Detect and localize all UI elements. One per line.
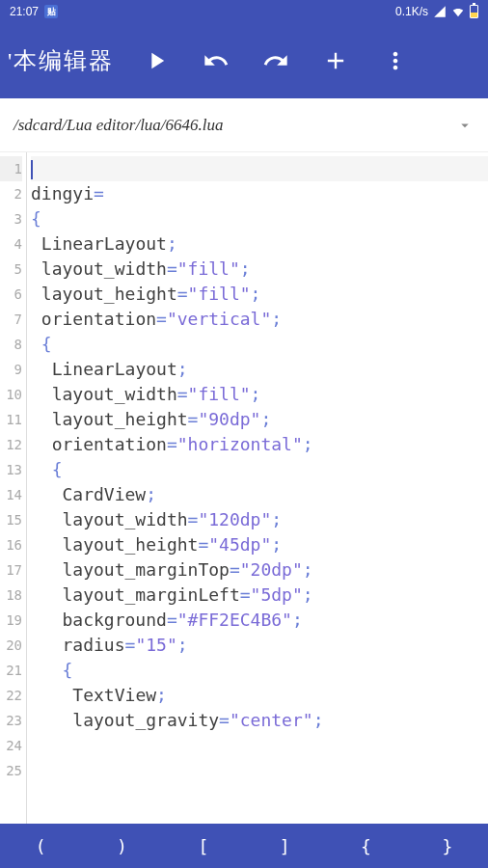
code-line[interactable]: CardView; <box>31 482 488 507</box>
file-path: /sdcard/Lua editor/lua/6646.lua <box>14 116 455 135</box>
chevron-down-icon <box>456 117 474 134</box>
signal-icon <box>433 5 447 18</box>
redo-button[interactable] <box>249 34 303 88</box>
symbol-bar: ()[]{} <box>0 824 488 868</box>
wifi-icon <box>451 5 465 18</box>
code-line[interactable]: layout_marginLeft="5dp"; <box>31 583 488 608</box>
more-button[interactable] <box>368 34 422 88</box>
redo-icon <box>262 47 289 74</box>
symbol-key[interactable]: [ <box>163 836 244 856</box>
code-line[interactable]: dingyi= <box>31 181 488 206</box>
code-line[interactable]: layout_gravity="center"; <box>31 708 488 733</box>
battery-icon <box>470 5 478 18</box>
network-speed: 0.1K/s <box>395 5 428 18</box>
code-editor[interactable]: 1234567891011121314151617181920212223242… <box>0 152 488 824</box>
line-number: 7 <box>0 307 22 332</box>
line-number: 15 <box>0 507 22 532</box>
add-button[interactable] <box>309 34 363 88</box>
code-line[interactable]: orientation="vertical"; <box>31 307 488 332</box>
code-line[interactable]: { <box>31 457 488 482</box>
more-vert-icon <box>382 47 409 74</box>
status-right: 0.1K/s <box>395 5 478 18</box>
line-number: 23 <box>0 708 22 733</box>
line-number: 13 <box>0 457 22 482</box>
line-number: 6 <box>0 282 22 307</box>
toolbar: '本编辑器 <box>0 23 488 98</box>
code-line[interactable]: layout_width="fill"; <box>31 382 488 407</box>
code-area[interactable]: dingyi={ LinearLayout; layout_width="fil… <box>27 152 488 824</box>
code-line[interactable]: layout_width="fill"; <box>31 257 488 282</box>
code-line[interactable]: { <box>31 332 488 357</box>
line-gutter: 1234567891011121314151617181920212223242… <box>0 152 27 824</box>
code-line[interactable]: layout_width="120dp"; <box>31 507 488 532</box>
code-line[interactable]: layout_height="45dp"; <box>31 532 488 557</box>
status-left: 21:07 贴 <box>10 5 58 18</box>
play-icon <box>143 47 170 74</box>
line-number: 3 <box>0 206 22 231</box>
line-number: 4 <box>0 231 22 257</box>
symbol-key[interactable]: ( <box>0 836 81 856</box>
app-title: '本编辑器 <box>8 45 114 76</box>
status-bar: 21:07 贴 0.1K/s <box>0 0 488 23</box>
code-line[interactable]: LinearLayout; <box>31 357 488 382</box>
code-line[interactable] <box>31 156 488 181</box>
code-line[interactable]: { <box>31 658 488 683</box>
code-line[interactable]: { <box>31 206 488 231</box>
path-bar[interactable]: /sdcard/Lua editor/lua/6646.lua <box>0 98 488 152</box>
line-number: 1 <box>0 156 22 181</box>
code-line[interactable]: orientation="horizontal"; <box>31 432 488 457</box>
symbol-key[interactable]: } <box>407 836 488 856</box>
code-line[interactable]: layout_height="fill"; <box>31 282 488 307</box>
line-number: 24 <box>0 733 22 758</box>
symbol-key[interactable]: { <box>325 836 406 856</box>
line-number: 18 <box>0 583 22 608</box>
line-number: 2 <box>0 181 22 206</box>
undo-icon <box>203 47 230 74</box>
line-number: 10 <box>0 382 22 407</box>
line-number: 19 <box>0 608 22 633</box>
line-number: 12 <box>0 432 22 457</box>
code-line[interactable]: background="#FF2EC4B6"; <box>31 608 488 633</box>
line-number: 25 <box>0 758 22 783</box>
tieba-icon: 贴 <box>44 5 58 18</box>
path-dropdown[interactable] <box>455 116 474 135</box>
line-number: 17 <box>0 557 22 583</box>
code-line[interactable]: layout_marginTop="20dp"; <box>31 557 488 583</box>
code-line[interactable]: layout_height="90dp"; <box>31 407 488 432</box>
undo-button[interactable] <box>189 34 243 88</box>
line-number: 16 <box>0 532 22 557</box>
line-number: 9 <box>0 357 22 382</box>
code-line[interactable]: radius="15"; <box>31 633 488 658</box>
line-number: 11 <box>0 407 22 432</box>
line-number: 8 <box>0 332 22 357</box>
symbol-key[interactable]: ] <box>244 836 325 856</box>
code-line[interactable]: TextView; <box>31 683 488 708</box>
line-number: 22 <box>0 683 22 708</box>
symbol-key[interactable]: ) <box>81 836 162 856</box>
line-number: 20 <box>0 633 22 658</box>
line-number: 21 <box>0 658 22 683</box>
plus-icon <box>322 47 349 74</box>
line-number: 14 <box>0 482 22 507</box>
run-button[interactable] <box>129 34 183 88</box>
status-time: 21:07 <box>10 5 39 18</box>
code-line[interactable]: LinearLayout; <box>31 231 488 257</box>
line-number: 5 <box>0 257 22 282</box>
